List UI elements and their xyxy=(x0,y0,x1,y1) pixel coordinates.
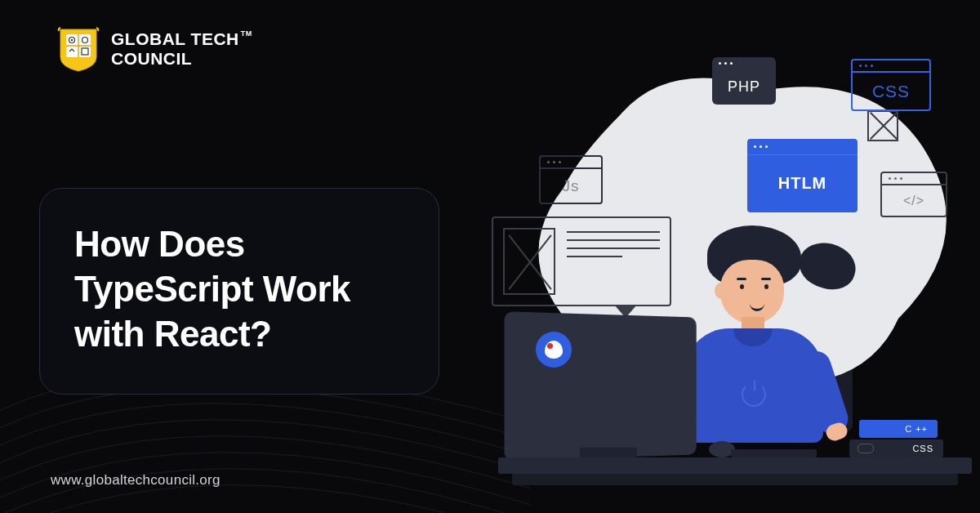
js-label: Js xyxy=(541,169,601,203)
footer-url: www.globaltechcouncil.org xyxy=(51,472,220,488)
logo-line1: GLOBAL TECH xyxy=(111,29,239,48)
book-stack: C ++ CSS xyxy=(849,418,943,457)
title-card: How Does TypeScript Work with React? xyxy=(39,188,439,395)
wireframe-small-icon xyxy=(867,110,898,141)
monitor-stand xyxy=(580,448,637,457)
keyboard-shape xyxy=(731,449,817,457)
book-css: CSS xyxy=(849,439,943,457)
monitor-sticker-icon xyxy=(536,332,572,368)
php-label: PHP xyxy=(712,69,776,104)
svg-point-4 xyxy=(71,39,73,41)
js-badge: Js xyxy=(539,155,603,204)
css-label: CSS xyxy=(853,73,929,109)
page-title: How Does TypeScript Work with React? xyxy=(74,221,404,356)
wireframe-speech-bubble xyxy=(492,216,671,306)
html-label: HTLM xyxy=(747,155,858,211)
brand-logo: GLOBAL TECHTM COUNCIL xyxy=(57,26,252,72)
html-badge: HTLM xyxy=(747,139,858,212)
php-badge: PHP xyxy=(712,57,776,105)
desk-shape xyxy=(498,457,972,474)
logo-text: GLOBAL TECHTM COUNCIL xyxy=(111,29,252,69)
logo-shield-icon xyxy=(57,26,100,72)
book-cpp: C ++ xyxy=(859,420,938,438)
wireframe-box-icon xyxy=(503,228,555,295)
monitor-shape xyxy=(505,311,697,461)
code-label: </> xyxy=(882,185,946,216)
code-badge: </> xyxy=(880,172,947,217)
logo-tm: TM xyxy=(241,29,252,38)
power-icon xyxy=(742,382,766,407)
logo-line2: COUNCIL xyxy=(111,49,192,68)
css-badge: CSS xyxy=(851,59,931,111)
hero-illustration: PHP CSS Js HTLM </> xyxy=(474,41,980,498)
